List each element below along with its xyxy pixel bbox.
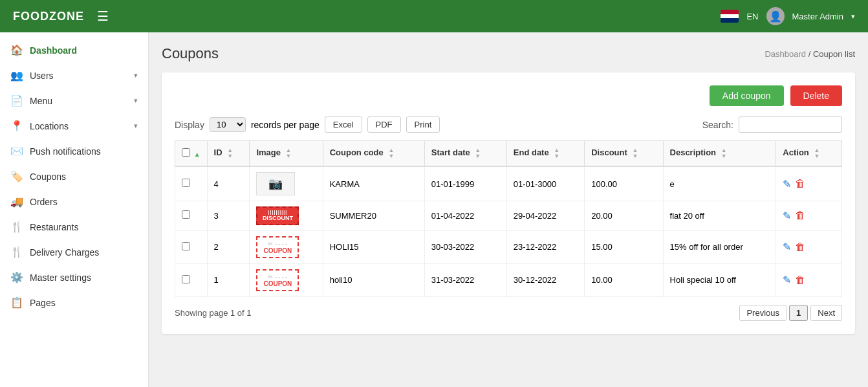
row-checkbox-cell [175, 230, 208, 263]
sort-arrows-id: ▲▼ [227, 148, 233, 159]
sidebar-item-delivery-charges[interactable]: 🍴 Delivery Charges [0, 239, 148, 265]
sort-arrows-code: ▲▼ [388, 148, 394, 159]
row-action: ✎ 🗑 [776, 201, 842, 231]
sidebar-item-coupons[interactable]: 🏷️ Coupons [0, 164, 148, 189]
main-layout: 🏠 Dashboard 👥 Users ▾ 📄 Menu ▾ 📍 Locatio… [0, 32, 868, 387]
sidebar-item-push-notifications[interactable]: ✉️ Push notifications [0, 138, 148, 164]
home-icon: 🏠 [10, 44, 23, 56]
sidebar-item-pages[interactable]: 📋 Pages [0, 290, 148, 315]
col-image: Image ▲▼ [250, 141, 323, 167]
sidebar-item-dashboard[interactable]: 🏠 Dashboard [0, 38, 148, 63]
row-discount: 15.00 [585, 230, 663, 263]
coupon-image: ✂ - - - -COUPON [256, 236, 299, 258]
edit-button[interactable]: ✎ [783, 178, 791, 190]
row-end-date: 23-12-2022 [506, 230, 584, 263]
row-image: ✂ - - - -COUPON [250, 263, 323, 296]
sidebar-item-users[interactable]: 👥 Users ▾ [0, 63, 148, 88]
orders-icon: 🚚 [10, 195, 23, 208]
col-action: Action ▲▼ [776, 141, 842, 167]
sidebar-item-master-settings[interactable]: ⚙️ Master settings [0, 265, 148, 290]
pdf-button[interactable]: PDF [367, 116, 401, 133]
print-button[interactable]: Print [406, 116, 440, 133]
sidebar-item-orders[interactable]: 🚚 Orders [0, 189, 148, 214]
flag-icon [721, 10, 739, 23]
col-end-date: End date ▲▼ [506, 141, 584, 167]
per-page-select[interactable]: 10 25 50 100 [210, 117, 246, 132]
edit-button[interactable]: ✎ [783, 210, 791, 222]
row-id: 2 [207, 230, 250, 263]
action-buttons: ✎ 🗑 [783, 210, 835, 222]
page-header: Coupons Dashboard / Coupon list [162, 45, 855, 62]
row-checkbox[interactable] [182, 242, 190, 250]
settings-icon: ⚙️ [10, 271, 23, 283]
action-buttons: ✎ 🗑 [783, 241, 835, 253]
edit-button[interactable]: ✎ [783, 274, 791, 286]
search-input[interactable] [739, 116, 842, 133]
language-selector[interactable]: EN [746, 12, 758, 21]
sidebar-item-menu[interactable]: 📄 Menu ▾ [0, 88, 148, 113]
excel-button[interactable]: Excel [325, 116, 362, 133]
row-discount: 20.00 [585, 201, 663, 231]
username[interactable]: Master Admin [792, 12, 843, 21]
row-checkbox[interactable] [182, 210, 190, 219]
navbar-right: EN 👤 Master Admin ▾ [721, 7, 855, 25]
breadcrumb-home[interactable]: Dashboard [765, 49, 806, 59]
location-icon: 📍 [10, 120, 23, 132]
sidebar-item-locations[interactable]: 📍 Locations ▾ [0, 113, 148, 138]
row-description: Holi special 10 off [663, 263, 776, 296]
coupons-card: Add coupon Delete Display 10 25 50 100 r… [162, 72, 855, 334]
prev-button[interactable]: Previous [739, 305, 787, 321]
search-label: Search: [702, 120, 733, 130]
sidebar-item-label: Push notifications [30, 146, 138, 157]
notification-icon: ✉️ [10, 145, 23, 157]
table-controls: Display 10 25 50 100 records per page Ex… [175, 116, 842, 133]
row-coupon-code: holi10 [323, 263, 424, 296]
chevron-down-icon: ▾ [134, 71, 138, 80]
menu-nav-icon: 📄 [10, 94, 23, 107]
edit-button[interactable]: ✎ [783, 241, 791, 253]
delete-row-button[interactable]: 🗑 [795, 178, 805, 190]
col-coupon-code: Coupon code ▲▼ [323, 141, 424, 167]
delete-row-button[interactable]: 🗑 [795, 274, 805, 286]
row-end-date: 29-04-2022 [506, 201, 584, 231]
row-action: ✎ 🗑 [776, 263, 842, 296]
pages-icon: 📋 [10, 296, 23, 309]
restaurants-icon: 🍴 [10, 221, 23, 233]
coupons-table: ▲ ID ▲▼ Image ▲▼ Coupon code ▲▼ Start da… [175, 140, 842, 297]
records-per-page-label: records per page [251, 120, 320, 130]
sidebar-item-label: Dashboard [30, 45, 138, 56]
row-discount: 100.00 [585, 166, 663, 201]
table-header-row: ▲ ID ▲▼ Image ▲▼ Coupon code ▲▼ Start da… [175, 141, 842, 167]
coupon-icon: 🏷️ [10, 170, 23, 182]
display-label: Display [175, 120, 204, 130]
sidebar-item-label: Coupons [30, 171, 138, 182]
discount-image: ||||||||||DISCOUNT [256, 206, 299, 225]
row-id: 1 [207, 263, 250, 296]
row-checkbox-cell [175, 263, 208, 296]
next-button[interactable]: Next [810, 305, 842, 321]
delete-row-button[interactable]: 🗑 [795, 210, 805, 221]
pagination-info: Showing page 1 of 1 [175, 308, 252, 318]
col-discount: Discount ▲▼ [585, 141, 663, 167]
sidebar-item-label: Master settings [30, 272, 138, 283]
add-coupon-button[interactable]: Add coupon [710, 85, 784, 106]
sidebar-item-label: Delivery Charges [30, 247, 138, 258]
row-checkbox[interactable] [182, 275, 190, 283]
col-description: Description ▲▼ [663, 141, 776, 167]
row-checkbox[interactable] [182, 179, 190, 187]
delete-button[interactable]: Delete [790, 85, 842, 106]
action-buttons: ✎ 🗑 [783, 178, 835, 190]
coupon-image: ✂ - - - -COUPON [256, 269, 299, 291]
menu-icon[interactable]: ☰ [97, 8, 109, 24]
page-1-button[interactable]: 1 [789, 305, 808, 321]
sidebar-item-restaurants[interactable]: 🍴 Restaurants [0, 214, 148, 239]
pagination: Showing page 1 of 1 Previous 1 Next [175, 305, 842, 321]
delete-row-button[interactable]: 🗑 [795, 241, 805, 253]
table-row: 1✂ - - - -COUPONholi1031-03-202230-12-20… [175, 263, 842, 296]
select-all-checkbox[interactable] [182, 148, 190, 157]
row-description: 15% off for all order [663, 230, 776, 263]
sort-arrows-start: ▲▼ [475, 148, 481, 159]
row-image: 📷 [250, 166, 323, 201]
row-description: e [663, 166, 776, 201]
row-start-date: 01-04-2022 [424, 201, 506, 231]
